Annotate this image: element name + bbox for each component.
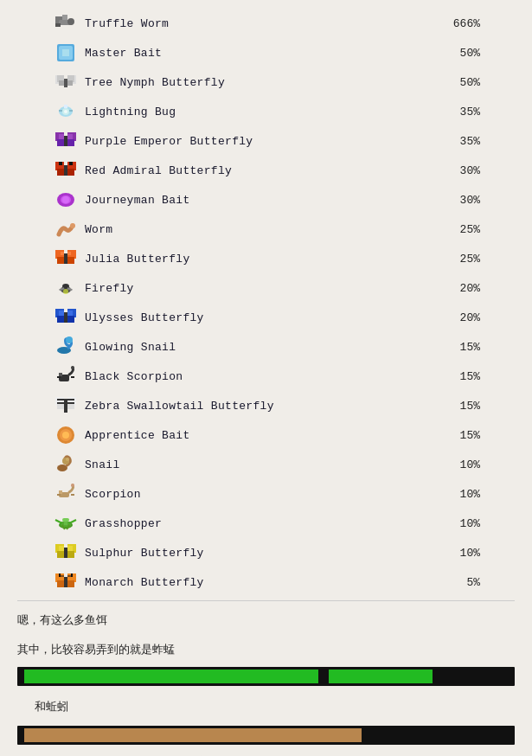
item-pct: 25%: [444, 253, 480, 266]
table-row: Monarch Butterfly 5%: [52, 567, 480, 597]
item-name: Lightning Bug: [85, 106, 444, 119]
table-row: Red Admiral Butterfly 30%: [52, 156, 480, 185]
comment-section2: 其中，比较容易弄到的就是蚱蜢: [0, 634, 532, 663]
worm-label-section: 和蚯蚓: [0, 689, 532, 722]
svg-point-59: [66, 336, 73, 343]
julia-butterfly-icon: [52, 247, 80, 271]
table-row: Black Scorpion 15%: [52, 362, 480, 391]
svg-rect-13: [59, 80, 64, 86]
item-name: Ulysses Butterfly: [85, 311, 444, 324]
item-name: Worm: [85, 223, 444, 236]
svg-rect-14: [67, 80, 73, 86]
svg-rect-104: [71, 573, 73, 577]
svg-rect-19: [64, 105, 67, 108]
svg-rect-105: [61, 575, 64, 577]
svg-point-20: [64, 110, 67, 113]
bar-fill-green2: [329, 670, 433, 683]
svg-rect-91: [64, 548, 67, 558]
svg-rect-4: [55, 23, 61, 27]
svg-rect-84: [59, 490, 62, 494]
svg-rect-68: [57, 399, 64, 400]
item-pct: 15%: [444, 341, 480, 354]
comment-section: 嗯，有这么多鱼饵: [0, 605, 532, 634]
svg-point-76: [62, 432, 69, 439]
svg-rect-88: [62, 518, 69, 522]
svg-rect-65: [64, 399, 67, 413]
svg-rect-71: [67, 402, 74, 404]
svg-rect-56: [59, 311, 64, 316]
item-name: Grasshopper: [85, 517, 444, 530]
worm-icon: [52, 217, 80, 241]
svg-rect-61: [57, 376, 61, 378]
svg-rect-44: [61, 252, 64, 255]
table-row: Zebra Swallowtail Butterfly 15%: [52, 391, 480, 420]
svg-rect-51: [64, 312, 67, 323]
red-admiral-icon: [52, 158, 80, 183]
item-name: Apprentice Bait: [85, 429, 444, 442]
table-row: Firefly 20%: [52, 273, 480, 303]
item-pct: 35%: [444, 135, 480, 148]
item-pct: 10%: [444, 458, 480, 471]
item-pct: 20%: [444, 311, 480, 324]
svg-rect-69: [67, 399, 74, 400]
svg-point-50: [63, 289, 68, 294]
item-pct: 35%: [444, 106, 480, 119]
svg-rect-17: [59, 110, 62, 112]
worm-label: 和蚯蚓: [17, 696, 68, 719]
item-pct: 15%: [444, 370, 480, 383]
svg-rect-101: [57, 580, 64, 587]
svg-rect-8: [64, 79, 67, 87]
table-row: Master Bait 50%: [52, 38, 480, 67]
item-name: Firefly: [85, 282, 444, 295]
item-name: Master Bait: [85, 47, 444, 60]
item-pct: 20%: [444, 282, 480, 295]
item-pct: 15%: [444, 429, 480, 442]
table-row: Sulphur Butterfly 10%: [52, 538, 480, 567]
svg-rect-106: [67, 575, 71, 577]
svg-rect-62: [71, 376, 74, 378]
svg-rect-73: [67, 404, 74, 409]
svg-point-83: [71, 484, 74, 487]
item-pct: 10%: [444, 547, 480, 560]
bar-fill-green1: [24, 670, 318, 683]
item-pct: 30%: [444, 194, 480, 207]
item-pct: 50%: [444, 76, 480, 89]
bottom-text: 蚱蜢一般生活在草地中，通过除草把它们赶出来，然后网之: [0, 748, 532, 756]
svg-rect-34: [69, 162, 73, 165]
item-pct: 25%: [444, 223, 480, 236]
divider: [17, 600, 515, 601]
item-name: Truffle Worm: [85, 17, 444, 30]
svg-rect-28: [64, 165, 67, 176]
journeyman-bait-icon: [52, 188, 80, 212]
item-name: Journeyman Bait: [85, 194, 444, 207]
table-row: Scorpion 10%: [52, 479, 480, 509]
svg-rect-39: [64, 253, 67, 264]
svg-rect-21: [64, 136, 67, 146]
svg-rect-43: [67, 257, 74, 264]
table-row: Truffle Worm 666%: [52, 9, 480, 38]
item-name: Monarch Butterfly: [85, 576, 444, 589]
svg-rect-55: [67, 316, 74, 323]
svg-point-38: [70, 223, 75, 228]
svg-rect-82: [71, 494, 74, 496]
grasshopper-icon: [52, 511, 80, 535]
snail-icon: [52, 452, 80, 477]
svg-rect-70: [57, 402, 64, 404]
item-name: Julia Butterfly: [85, 253, 444, 266]
ulysses-butterfly-icon: [52, 305, 80, 330]
item-pct: 5%: [444, 576, 480, 589]
item-pct: 30%: [444, 164, 480, 177]
svg-rect-98: [64, 577, 67, 587]
svg-rect-94: [57, 551, 64, 558]
item-pct: 10%: [444, 517, 480, 530]
svg-rect-33: [59, 162, 62, 165]
svg-point-79: [66, 458, 69, 461]
svg-rect-57: [67, 311, 73, 316]
apprentice-bait-icon: [52, 423, 80, 447]
master-bait-icon: [52, 41, 80, 65]
svg-rect-45: [67, 252, 71, 255]
text2: 其中，比较容易弄到的就是蚱蜢: [17, 644, 175, 657]
table-row: Lightning Bug 35%: [52, 97, 480, 126]
worm-bar: [17, 726, 515, 745]
item-pct: 15%: [444, 400, 480, 413]
